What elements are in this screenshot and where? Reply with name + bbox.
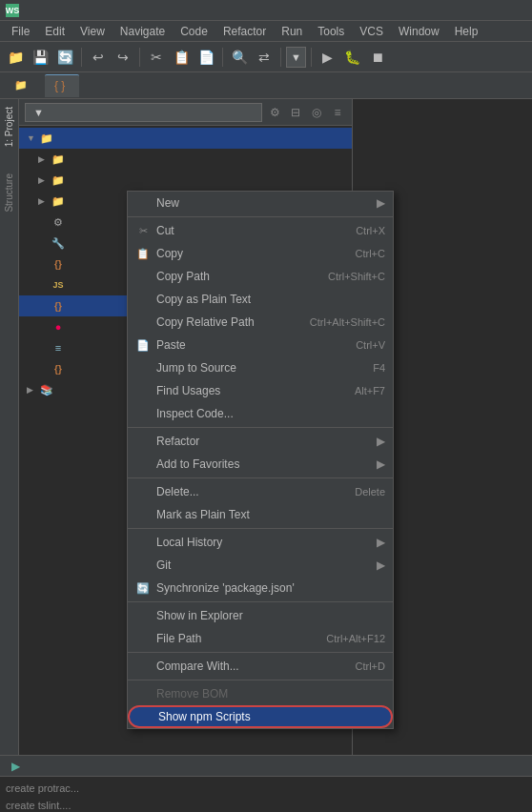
toolbar-run-dropdown[interactable]: ▼ (286, 47, 306, 68)
menu-item-view[interactable]: View (72, 23, 113, 40)
cm-icon-show-explorer (135, 608, 151, 623)
cm-item-local-history[interactable]: Local History▶ (128, 531, 393, 554)
cm-item-show-npm[interactable]: Show npm Scripts (128, 705, 393, 728)
cm-item-new[interactable]: New▶ (128, 192, 393, 214)
cm-label-copy-rel: Copy Relative Path (156, 315, 304, 329)
side-panel: 1: Project Structure (0, 99, 19, 755)
cm-icon-refactor (135, 434, 151, 449)
cm-icon-sync: 🔄 (135, 580, 151, 596)
menu-item-window[interactable]: Window (391, 23, 447, 40)
toolbar-project-btn[interactable]: 📁 (4, 46, 27, 69)
cm-item-inspect[interactable]: Inspect Code... (128, 402, 393, 425)
menu-item-edit[interactable]: Edit (37, 23, 72, 40)
pt-icon: ● (51, 319, 66, 335)
toolbar-refresh-btn[interactable]: 🔄 (53, 46, 76, 69)
menu-item-code[interactable]: Code (173, 23, 215, 40)
toolbar-undo-btn[interactable]: ↩ (87, 46, 110, 69)
root-arrow: ▼ (27, 133, 36, 143)
nm-arrow: ▶ (38, 175, 48, 185)
cm-label-refactor: Refactor (156, 435, 371, 448)
cm-icon-find-usages (135, 383, 151, 398)
cm-item-delete[interactable]: Delete...Delete (128, 480, 393, 503)
cm-item-show-explorer[interactable]: Show in Explorer (128, 604, 393, 627)
menu-item-navigate[interactable]: Navigate (113, 23, 173, 40)
toolbar-cut-btn[interactable]: ✂ (145, 46, 168, 69)
cm-label-copy-path: Copy Path (156, 270, 322, 283)
cm-item-cut[interactable]: ✂CutCtrl+X (128, 219, 393, 242)
menu-item-refactor[interactable]: Refactor (215, 23, 274, 40)
tab-folder-icon: 📁 (13, 78, 29, 93)
cm-item-sync[interactable]: 🔄Synchronize 'package.json' (128, 577, 393, 599)
cm-arrow-local-history: ▶ (377, 536, 385, 549)
project-collapse-icon[interactable]: ⊟ (287, 104, 304, 121)
cm-item-compare-with[interactable]: Compare With...Ctrl+D (128, 655, 393, 678)
cm-label-show-npm: Show npm Scripts (158, 710, 383, 723)
cm-item-file-path[interactable]: File PathCtrl+Alt+F12 (128, 627, 393, 650)
cm-item-add-fav[interactable]: Add to Favorites▶ (128, 453, 393, 476)
cm-icon-new (135, 195, 151, 211)
menu-item-tools[interactable]: Tools (310, 23, 352, 40)
cm-item-copy-path[interactable]: Copy PathCtrl+Shift+C (128, 265, 393, 288)
cm-item-find-usages[interactable]: Find UsagesAlt+F7 (128, 379, 393, 402)
cm-item-git[interactable]: Git▶ (128, 554, 393, 577)
cm-label-file-path: File Path (156, 632, 320, 645)
run-bar: ▶ (0, 756, 532, 777)
toolbar-run-btn[interactable]: ▶ (317, 46, 339, 69)
cm-icon-local-history (135, 535, 151, 550)
cm-item-mark-plain[interactable]: Mark as Plain Text (128, 503, 393, 526)
run-line-1: create protrac... (6, 781, 526, 798)
ec-icon: ⚙ (51, 214, 66, 230)
menu-item-vcs[interactable]: VCS (352, 23, 391, 40)
tree-root[interactable]: ▼ 📁 (19, 128, 352, 149)
cm-item-jump-source[interactable]: Jump to SourceF4 (128, 356, 393, 379)
cm-item-remove-bom: Remove BOM (128, 682, 393, 705)
kc-icon: JS (51, 277, 66, 293)
cm-item-copy[interactable]: 📋CopyCtrl+C (128, 242, 393, 265)
toolbar-stop-btn[interactable]: ⏹ (366, 46, 389, 69)
toolbar-replace-btn[interactable]: ⇄ (253, 46, 276, 69)
run-content: create protrac... create tslint.... (0, 777, 532, 812)
side-project-label[interactable]: 1: Project (2, 103, 16, 151)
cm-icon-copy-plain (135, 292, 151, 307)
project-settings-icon[interactable]: ≡ (329, 104, 346, 121)
cm-item-copy-plain[interactable]: Copy as Plain Text (128, 288, 393, 311)
toolbar-search-btn[interactable]: 🔍 (228, 46, 251, 69)
toolbar-debug-btn[interactable]: 🐛 (341, 46, 364, 69)
cm-shortcut-delete: Delete (355, 486, 385, 497)
project-gear-icon[interactable]: ⚙ (266, 104, 283, 121)
cm-icon-file-path (135, 631, 151, 646)
cm-item-copy-rel[interactable]: Copy Relative PathCtrl+Alt+Shift+C (128, 311, 393, 334)
cm-item-paste[interactable]: 📄PasteCtrl+V (128, 334, 393, 356)
menu-item-help[interactable]: Help (447, 23, 486, 40)
tab-package-json[interactable]: { } (45, 74, 79, 97)
tab-guessthenumber[interactable]: 📁 (4, 74, 43, 97)
toolbar-save-btn[interactable]: 💾 (29, 46, 51, 69)
tree-node-modules[interactable]: ▶ 📁 (19, 170, 352, 191)
project-dropdown-arrow: ▼ (33, 107, 44, 118)
gi-icon: 🔧 (51, 235, 66, 251)
project-locate-icon[interactable]: ◎ (308, 104, 325, 121)
cm-separator-24 (128, 652, 393, 653)
run-play-icon[interactable]: ▶ (11, 760, 20, 773)
toolbar-redo-btn[interactable]: ↪ (112, 46, 134, 69)
cm-label-cut: Cut (156, 224, 350, 237)
cm-label-git: Git (156, 558, 371, 572)
tree-e2e[interactable]: ▶ 📁 (19, 149, 352, 170)
menu-item-file[interactable]: File (4, 23, 37, 40)
toolbar-copy-btn[interactable]: 📋 (170, 46, 193, 69)
cm-icon-copy-path (135, 269, 151, 284)
cm-icon-compare-with (135, 659, 151, 674)
cm-shortcut-compare-with: Ctrl+D (356, 660, 385, 672)
cm-icon-remove-bom (135, 686, 151, 701)
cm-arrow-git: ▶ (377, 558, 385, 572)
cm-item-refactor[interactable]: Refactor▶ (128, 430, 393, 453)
cm-label-find-usages: Find Usages (156, 384, 349, 397)
project-dropdown[interactable]: ▼ (25, 103, 262, 122)
cm-label-jump-source: Jump to Source (156, 361, 367, 375)
cm-icon-git (135, 558, 151, 573)
menu-item-run[interactable]: Run (274, 23, 310, 40)
cm-arrow-refactor: ▶ (377, 435, 385, 448)
cm-arrow-new: ▶ (377, 196, 385, 210)
toolbar-paste-btn[interactable]: 📄 (194, 46, 217, 69)
side-structure-label[interactable]: Structure (2, 170, 16, 216)
